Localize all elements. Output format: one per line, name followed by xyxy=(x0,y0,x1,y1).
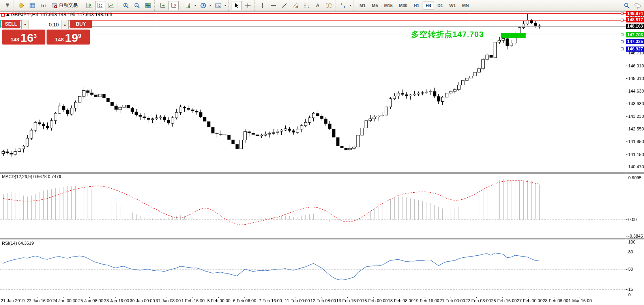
macd-indicator-label: MACD(12,26,9) 0.6678 0.7476 xyxy=(2,174,61,179)
price-level-label[interactable]: 147.703 xyxy=(626,32,644,37)
arrows-icon[interactable] xyxy=(338,1,348,10)
arrows-dropdown-icon[interactable] xyxy=(349,5,352,6)
text-label-icon[interactable]: T xyxy=(324,1,334,10)
autotrade-button[interactable]: 自动交易 xyxy=(49,1,80,10)
volume-decrease-button[interactable]: ▼ xyxy=(22,20,29,29)
text-icon[interactable]: A xyxy=(313,1,323,10)
timeframe-h4[interactable]: H4 xyxy=(423,2,434,9)
templates-dropdown-icon[interactable] xyxy=(224,5,227,6)
sell-price-box[interactable]: 148 16 3 xyxy=(2,30,45,45)
chart-windows-icon[interactable] xyxy=(27,1,37,10)
periods-icon[interactable] xyxy=(198,1,208,10)
price-level-label[interactable]: 148.874 xyxy=(626,11,644,16)
crosshair-icon[interactable] xyxy=(243,1,253,10)
zoom-in-icon[interactable] xyxy=(121,1,131,10)
rsi-indicator-label: RSI(14) 64.3619 xyxy=(2,241,34,245)
svg-text:E: E xyxy=(296,6,298,8)
sell-price-sup: 3 xyxy=(34,32,37,39)
indicators-icon[interactable] xyxy=(183,1,193,10)
sell-price-main: 16 xyxy=(20,32,33,44)
candlestick-icon[interactable] xyxy=(95,1,105,10)
tile-windows-icon[interactable] xyxy=(143,1,153,10)
new-order-button[interactable]: 单 xyxy=(2,1,12,10)
sell-button[interactable]: SELL xyxy=(2,20,20,28)
line-chart-icon[interactable] xyxy=(106,1,116,10)
vertical-line-icon[interactable] xyxy=(257,1,268,10)
svg-text:F: F xyxy=(308,6,309,9)
bar-chart-icon[interactable] xyxy=(84,1,94,10)
timeframe-m5[interactable]: M5 xyxy=(369,2,380,9)
price-level-label[interactable]: 148.517 xyxy=(626,17,644,22)
buy-price-sup: 9 xyxy=(78,32,81,39)
price-level-label[interactable]: 146.927 xyxy=(626,46,644,52)
signal-icon[interactable] xyxy=(38,1,49,10)
cursor-icon[interactable] xyxy=(232,1,242,10)
chat-icon[interactable] xyxy=(633,1,643,10)
price-level-label[interactable]: 147.325 xyxy=(626,39,644,44)
timeframe-mn[interactable]: MN xyxy=(459,2,472,9)
periods-dropdown-icon[interactable] xyxy=(209,5,212,6)
timeframe-d1[interactable]: D1 xyxy=(435,2,446,9)
indicators-dropdown-icon[interactable] xyxy=(194,5,197,6)
chart-canvas[interactable] xyxy=(0,0,644,305)
zoom-out-icon[interactable] xyxy=(132,1,142,10)
timeframe-h1[interactable]: H1 xyxy=(411,2,422,9)
sell-price-base: 148 xyxy=(11,37,19,43)
auto-scroll-icon[interactable] xyxy=(157,1,168,10)
buy-button[interactable]: BUY xyxy=(70,20,92,28)
channels-icon[interactable]: F xyxy=(301,1,312,10)
buy-price-box[interactable]: 148 19 9 xyxy=(47,30,90,45)
price-level-label[interactable]: 148.163 xyxy=(626,24,644,29)
chart-shift-icon[interactable] xyxy=(168,1,179,10)
pivot-annotation-text: 多空转折点147.703 xyxy=(411,29,484,40)
horizontal-line-icon[interactable] xyxy=(268,1,279,10)
symbol-ohlc: 147.958 148.195 147.943 148.163 xyxy=(40,12,112,17)
symbol-marker-icon xyxy=(1,13,5,17)
main-toolbar: 单 自动交易 E F A T xyxy=(0,0,644,11)
favorites-icon[interactable] xyxy=(16,1,26,10)
buy-price-base: 148 xyxy=(55,37,64,43)
search-icon[interactable] xyxy=(622,1,632,10)
timeframe-m1[interactable]: M1 xyxy=(357,2,368,9)
chart-workspace: GBPJPY-,H4 147.958 148.195 147.943 148.1… xyxy=(0,0,644,305)
timeframe-m15[interactable]: M15 xyxy=(382,2,395,9)
volume-increase-button[interactable]: ▲ xyxy=(61,20,68,29)
svg-text:T: T xyxy=(328,4,330,8)
svg-text:A: A xyxy=(316,3,319,8)
templates-icon[interactable] xyxy=(213,1,223,10)
fibonacci-icon[interactable]: E xyxy=(290,1,301,10)
volume-spinner: ▼ 0.10 ▲ xyxy=(21,20,69,29)
chart-title: GBPJPY-,H4 147.958 148.195 147.943 148.1… xyxy=(1,12,112,17)
symbol-triangle-icon xyxy=(6,13,9,16)
volume-input[interactable]: 0.10 xyxy=(29,20,61,29)
trendline-icon[interactable] xyxy=(279,1,290,10)
panel-collapse-tab[interactable] xyxy=(0,20,1,28)
timeframe-group: M1M5M15M30H1H4D1W1MN xyxy=(354,0,472,11)
buy-price-main: 19 xyxy=(65,32,78,44)
timeframe-w1[interactable]: W1 xyxy=(447,2,459,9)
symbol-name: GBPJPY-,H4 xyxy=(11,12,38,17)
timeframe-m30[interactable]: M30 xyxy=(396,2,410,9)
